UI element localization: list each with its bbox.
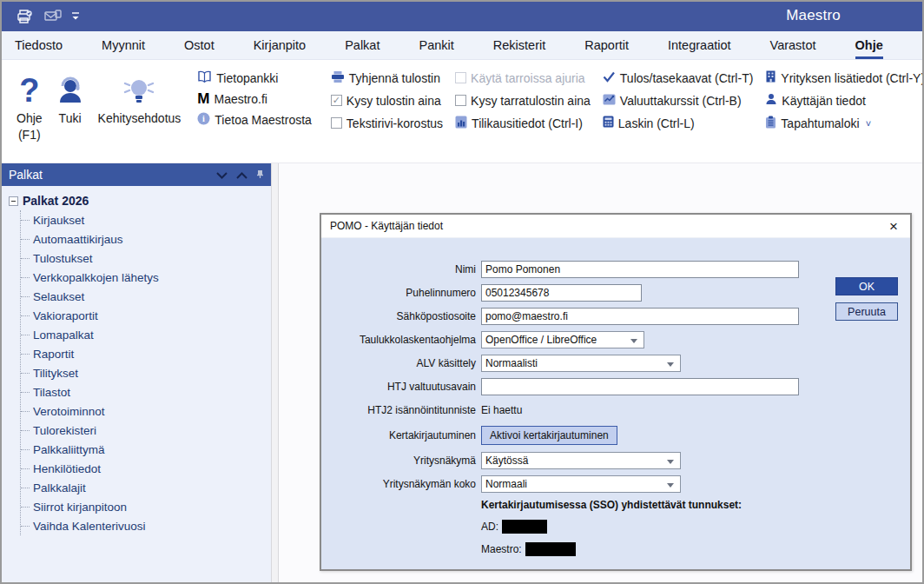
cancel-button[interactable]: Peruuta bbox=[835, 302, 898, 321]
tab-palkat[interactable]: Palkat bbox=[345, 33, 380, 59]
phone-field[interactable] bbox=[481, 284, 642, 302]
htj-auth-key-label: HTJ valtuutusavain bbox=[321, 381, 476, 393]
email-label: Sähköpostiosoite bbox=[321, 310, 476, 322]
activate-sso-button[interactable]: Aktivoi kertakirjautuminen bbox=[481, 426, 617, 445]
support-person-icon bbox=[55, 70, 86, 110]
tab-ohje[interactable]: Ohje bbox=[855, 33, 883, 59]
navigation-tree: Palkat 2026 Kirjaukset Automaattikirjaus… bbox=[2, 186, 271, 535]
sidebar-header: Palkat bbox=[2, 163, 271, 186]
chevron-up-icon[interactable] bbox=[236, 168, 248, 182]
calculator-button[interactable]: Laskin (Ctrl-L) bbox=[603, 116, 754, 130]
support-button[interactable]: Tuki bbox=[49, 69, 92, 145]
tab-pankit[interactable]: Pankit bbox=[419, 33, 453, 59]
send-document-icon[interactable] bbox=[43, 10, 63, 23]
tab-integraatiot[interactable]: Integraatiot bbox=[668, 33, 731, 59]
tab-ostot[interactable]: Ostot bbox=[184, 33, 214, 59]
tree-item-tulorekisteri[interactable]: Tulorekisteri bbox=[21, 421, 271, 440]
text-row-highlight-checkbox[interactable]: Tekstirivi-korostus bbox=[331, 116, 443, 130]
tab-kirjanpito[interactable]: Kirjanpito bbox=[254, 33, 306, 59]
tree-item-kirjaukset[interactable]: Kirjaukset bbox=[21, 210, 271, 229]
company-view-select[interactable]: Käytössä bbox=[481, 452, 681, 469]
sso-heading: Kertakirjautumisessa (SSO) yhdistettävät… bbox=[481, 499, 910, 511]
htj2-id-label: HTJ2 isännöintitunniste bbox=[321, 404, 476, 416]
use-label-driver-checkbox: Käytä tarroissa ajuria bbox=[455, 70, 591, 85]
feature-suggestion-button[interactable]: Kehitysehdotus bbox=[92, 69, 188, 145]
email-field[interactable] bbox=[481, 308, 799, 325]
tree-item-verotoiminnot[interactable]: Verotoiminnot bbox=[21, 402, 271, 421]
sidebar-title: Palkat bbox=[9, 168, 216, 182]
dialog-body: OK Peruuta Nimi Puhelinnumero Sähköposti… bbox=[321, 238, 910, 556]
checkbox-icon bbox=[455, 95, 466, 106]
dropdown-arrow-icon bbox=[630, 339, 637, 343]
tab-rekisterit[interactable]: Rekisterit bbox=[493, 33, 545, 59]
phone-label: Puhelinnumero bbox=[321, 287, 476, 299]
ad-value-redacted bbox=[502, 520, 547, 534]
pin-icon[interactable] bbox=[256, 168, 264, 182]
sso-accounts-block: Kertakirjautumisessa (SSO) yhdistettävät… bbox=[481, 499, 910, 556]
htj-auth-key-field[interactable] bbox=[481, 378, 799, 395]
app-window: Maestro Tiedosto Myynnit Ostot Kirjanpit… bbox=[0, 0, 924, 584]
company-view-size-label: Yritysnäkymän koko bbox=[321, 478, 476, 490]
tree-item-palkkaliittyma[interactable]: Palkkaliittymä bbox=[21, 440, 271, 459]
chevron-down-icon[interactable] bbox=[216, 168, 228, 182]
ad-label: AD: bbox=[481, 521, 498, 533]
dialog-titlebar[interactable]: POMO - Käyttäjän tiedot × bbox=[321, 215, 910, 238]
tab-myynnit[interactable]: Myynnit bbox=[102, 33, 145, 59]
ok-button[interactable]: OK bbox=[835, 277, 898, 295]
spreadsheet-app-select[interactable]: OpenOffice / LibreOffice bbox=[481, 331, 644, 348]
name-field[interactable] bbox=[481, 261, 799, 278]
tree-item-automaattikirjaus[interactable]: Automaattikirjaus bbox=[21, 229, 271, 249]
quick-access-toolbar bbox=[16, 9, 80, 24]
company-view-label: Yritysnäkymä bbox=[321, 455, 476, 467]
tree-item-verkkopalkkojen-lahetys[interactable]: Verkkopalkkojen lähetys bbox=[21, 268, 271, 287]
vat-handling-select[interactable]: Normaalisti bbox=[481, 355, 681, 372]
user-info-button[interactable]: Käyttäjän tiedot bbox=[765, 93, 924, 108]
tree-item-tulostukset[interactable]: Tulostukset bbox=[21, 249, 271, 268]
tree-item-tilastot[interactable]: Tilastot bbox=[21, 382, 271, 402]
htj2-id-value: Ei haettu bbox=[481, 404, 522, 416]
company-view-size-select[interactable]: Normaali bbox=[481, 475, 681, 493]
company-details-button[interactable]: Yrityksen lisätiedot (Ctrl-Y) bbox=[765, 70, 924, 85]
book-icon bbox=[197, 70, 212, 86]
maestro-label: Maestro: bbox=[481, 543, 522, 555]
checkbox-icon bbox=[331, 117, 342, 129]
knowledge-base-button[interactable]: Tietopankki bbox=[197, 70, 312, 86]
app-title: Maestro bbox=[786, 7, 841, 24]
user-info-dialog: POMO - Käyttäjän tiedot × OK Peruuta Nim… bbox=[320, 213, 912, 571]
tree-item-siirrot-kirjanpitoon[interactable]: Siirrot kirjanpitoon bbox=[21, 497, 271, 516]
tree-item-tilitykset[interactable]: Tilitykset bbox=[21, 363, 271, 382]
tab-tiedosto[interactable]: Tiedosto bbox=[15, 33, 63, 59]
name-label: Nimi bbox=[321, 263, 476, 275]
close-icon[interactable]: × bbox=[886, 219, 901, 234]
tree-item-lomapalkat[interactable]: Lomapalkat bbox=[21, 325, 271, 344]
dialog-title: POMO - Käyttäjän tiedot bbox=[330, 220, 886, 232]
currency-rates-button[interactable]: Valuuttakurssit (Ctrl-B) bbox=[603, 93, 754, 108]
maestro-fi-button[interactable]: M Maestro.fi bbox=[197, 92, 312, 106]
event-log-button[interactable]: Tapahtumaloki ˅ bbox=[765, 116, 924, 130]
tree-item-vakioraportit[interactable]: Vakioraportit bbox=[21, 306, 271, 325]
tree-item-palkkalajit[interactable]: Palkkalajit bbox=[21, 478, 271, 497]
customize-quick-access-icon[interactable] bbox=[71, 12, 80, 21]
tab-varastot[interactable]: Varastot bbox=[770, 33, 816, 59]
tab-raportit[interactable]: Raportit bbox=[584, 33, 629, 59]
tree-root-palkat-2026[interactable]: Palkat 2026 bbox=[9, 191, 271, 210]
checkbox-checked-icon: ✓ bbox=[331, 95, 342, 106]
calculator-icon bbox=[603, 116, 614, 130]
sidebar-splitter[interactable] bbox=[271, 163, 279, 582]
help-button[interactable]: ? Ohje (F1) bbox=[10, 69, 49, 145]
income-balance-formulas-button[interactable]: Tulos/tasekaavat (Ctrl-T) bbox=[603, 70, 754, 85]
tree-item-raportit[interactable]: Raportit bbox=[21, 344, 271, 363]
ask-printer-always-checkbox[interactable]: ✓ Kysy tulostin aina bbox=[331, 93, 443, 108]
ask-label-printer-checkbox[interactable]: Kysy tarratulostin aina bbox=[455, 93, 591, 108]
dropdown-arrow-icon bbox=[667, 483, 674, 488]
dropdown-arrow-icon bbox=[667, 460, 674, 464]
print-check-icon[interactable] bbox=[16, 9, 35, 24]
tree-item-henkilotiedot[interactable]: Henkilötiedot bbox=[21, 459, 271, 478]
fiscal-year-info-button[interactable]: Tilikausitiedot (Ctrl-I) bbox=[455, 116, 591, 130]
collapse-expander-icon[interactable] bbox=[9, 196, 18, 206]
checkbox-icon bbox=[455, 72, 466, 83]
tree-item-selaukset[interactable]: Selaukset bbox=[21, 287, 271, 306]
clear-printer-button[interactable]: Tyhjennä tulostin bbox=[331, 70, 443, 85]
tree-item-vaihda-kalenterivuosi[interactable]: Vaihda Kalenterivuosi bbox=[21, 516, 271, 535]
about-maestro-button[interactable]: i Tietoa Maestrosta bbox=[197, 112, 312, 128]
